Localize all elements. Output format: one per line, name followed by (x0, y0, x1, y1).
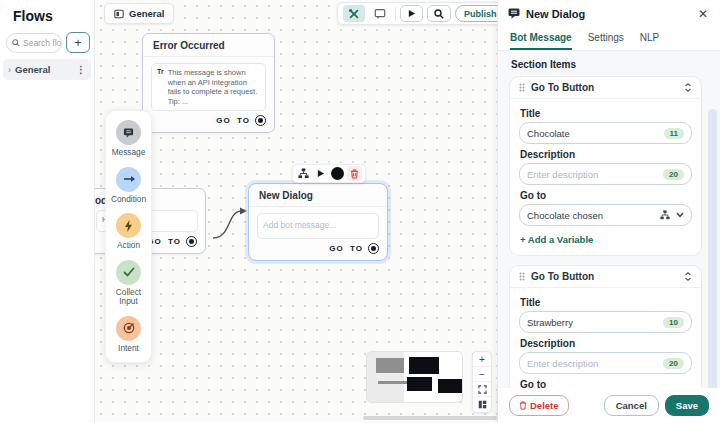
drag-handle-icon[interactable] (519, 83, 525, 92)
color-dot-icon[interactable] (330, 166, 345, 181)
canvas-horizontal-scrollbar[interactable] (363, 416, 497, 420)
title-input[interactable] (527, 128, 659, 139)
panel-footer: Delete Cancel Save (498, 388, 720, 423)
palette-item-intent[interactable]: Intent (116, 316, 141, 354)
layout-panel-icon[interactable] (473, 397, 491, 412)
node-message-placeholder: Add bot message... (263, 221, 336, 231)
condition-icon (116, 167, 141, 192)
node-palette: Message Condition Action Collect Input (105, 110, 152, 363)
goto-target-icon[interactable] (255, 115, 266, 126)
section-items-label: Section Items (511, 59, 702, 70)
node-error-occurred[interactable]: Error Occurred Tr This message is shown … (142, 33, 275, 133)
description-input[interactable] (527, 358, 658, 369)
panel-tabs: Bot Message Settings NLP (498, 27, 720, 51)
title-field[interactable]: 11 (519, 122, 692, 144)
flow-tab-general[interactable]: General (104, 3, 174, 24)
delete-label: Delete (530, 400, 559, 411)
node-title: Error Occurred (143, 34, 274, 57)
zoom-search-button[interactable] (427, 5, 451, 22)
tab-bot-message[interactable]: Bot Message (510, 27, 572, 50)
palette-item-label: Collect Input (108, 288, 149, 307)
action-icon (116, 213, 141, 238)
node-message-input[interactable]: Add bot message... (257, 213, 379, 239)
add-flow-button[interactable]: + (66, 32, 90, 53)
zoom-out-button[interactable]: − (473, 367, 491, 382)
title-label: Title (520, 108, 692, 119)
close-icon[interactable]: ✕ (696, 7, 710, 21)
tab-settings[interactable]: Settings (588, 27, 624, 50)
message-icon (116, 120, 141, 145)
chevron-right-icon[interactable]: › (8, 65, 11, 75)
go-to-label: Go to (520, 190, 692, 201)
palette-item-message[interactable]: Message (112, 120, 146, 158)
palette-item-label: Intent (118, 344, 139, 354)
go-to-button-card: Go To Button Title 10 Description 20 (509, 265, 702, 388)
palette-item-label: Condition (111, 195, 146, 205)
flows-title: Flows (0, 0, 94, 24)
title-field[interactable]: 10 (519, 311, 692, 333)
tab-nlp[interactable]: NLP (640, 27, 659, 50)
zoom-in-button[interactable]: + (473, 352, 491, 367)
text-format-icon: Tr (157, 68, 164, 106)
goto-label: GO TO (329, 244, 363, 253)
panel-title: New Dialog (526, 8, 690, 20)
palette-item-action[interactable]: Action (116, 213, 141, 251)
palette-item-label: Action (117, 241, 140, 251)
sidebar-item-label: General (15, 64, 72, 75)
go-to-selected-value: Chocolate chosen (527, 210, 654, 221)
build-tools-button[interactable] (343, 5, 365, 22)
kebab-menu-icon[interactable]: ⋮ (76, 64, 86, 75)
title-input[interactable] (527, 317, 658, 328)
search-flows-input[interactable]: Search flo... (6, 33, 62, 53)
delete-node-icon[interactable] (347, 166, 362, 181)
description-label: Description (520, 338, 692, 349)
flow-canvas[interactable]: General Publish (95, 0, 497, 423)
save-button[interactable]: Save (665, 395, 709, 416)
test-play-button[interactable] (400, 5, 423, 22)
node-action-toolbar (292, 164, 366, 183)
search-placeholder: Search flo... (23, 38, 62, 48)
toolbar-divider (395, 7, 396, 21)
minimap-node (407, 377, 432, 391)
comment-button[interactable] (369, 5, 391, 22)
drag-handle-icon[interactable] (519, 272, 525, 281)
title-label: Title (520, 297, 692, 308)
goto-label: GO TO (216, 116, 250, 125)
sitemap-icon[interactable] (296, 166, 311, 181)
description-input[interactable] (527, 169, 658, 180)
go-to-button-card: Go To Button Title 11 Description 20 (509, 76, 702, 256)
play-node-icon[interactable] (313, 166, 328, 181)
minimap[interactable] (366, 351, 463, 403)
char-count-badge: 20 (663, 358, 684, 369)
sidebar-item-general[interactable]: › General ⋮ (3, 59, 91, 80)
palette-item-condition[interactable]: Condition (111, 167, 146, 205)
cancel-button[interactable]: Cancel (604, 395, 659, 416)
zoom-controls: + − (472, 351, 492, 413)
publish-button[interactable]: Publish (455, 5, 497, 22)
delete-button[interactable]: Delete (509, 395, 569, 416)
goto-target-icon[interactable] (368, 243, 379, 254)
description-label: Description (520, 149, 692, 160)
fit-view-icon[interactable] (473, 382, 491, 397)
char-count-badge: 20 (663, 169, 684, 180)
description-field[interactable]: 20 (519, 163, 692, 185)
node-new-dialog[interactable]: New Dialog Add bot message... GO TO (248, 183, 388, 261)
node-message-box[interactable]: Tr This message is shown when an API int… (151, 63, 266, 111)
sitemap-icon[interactable] (660, 210, 670, 220)
palette-item-collect-input[interactable]: Collect Input (108, 260, 149, 307)
chevron-down-icon[interactable] (676, 212, 684, 218)
search-icon (12, 39, 20, 47)
collect-input-icon (116, 260, 141, 285)
go-to-select[interactable]: Chocolate chosen (519, 204, 692, 226)
flows-sidebar: Flows Search flo... + › General ⋮ (0, 0, 95, 423)
panel-scrollbar[interactable] (708, 109, 717, 388)
minimap-node (409, 357, 439, 374)
description-field[interactable]: 20 (519, 352, 692, 374)
minimap-node (438, 379, 462, 393)
intent-icon (116, 316, 141, 341)
add-variable-link[interactable]: + Add a Variable (520, 234, 692, 245)
collapse-icon[interactable] (684, 272, 692, 281)
collapse-icon[interactable] (684, 83, 692, 92)
goto-target-icon[interactable] (186, 236, 197, 247)
char-count-badge: 10 (663, 317, 684, 328)
